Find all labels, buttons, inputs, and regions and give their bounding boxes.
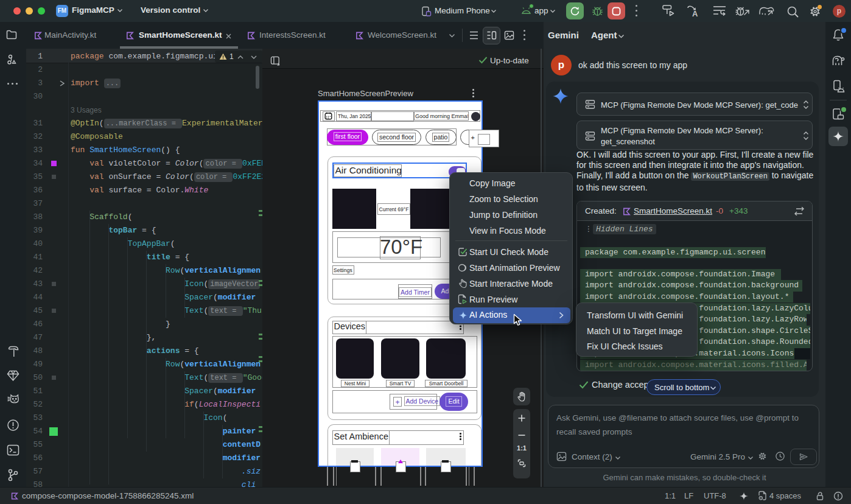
svg-text:A: A	[692, 9, 698, 18]
